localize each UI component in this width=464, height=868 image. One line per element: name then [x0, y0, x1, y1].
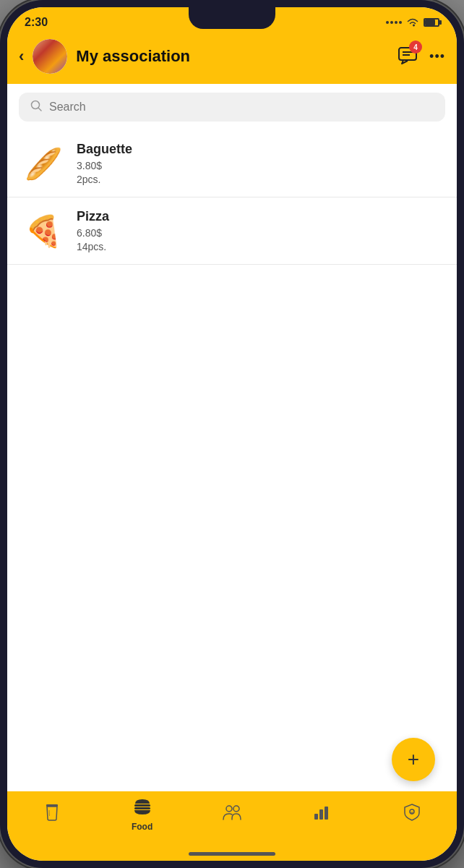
- notch: [189, 7, 275, 29]
- back-button[interactable]: ‹: [19, 47, 24, 66]
- app-header: ‹ My association 4 •••: [7, 33, 457, 84]
- svg-rect-8: [134, 807, 150, 809]
- baguette-info: Baguette 3.80$ 2pcs.: [77, 142, 442, 185]
- food-item-pizza[interactable]: 🍕 Pizza 6.80$ 14pcs.: [7, 197, 457, 265]
- svg-rect-13: [325, 807, 328, 820]
- nav-item-drinks[interactable]: [34, 803, 70, 826]
- status-time: 2:30: [25, 16, 48, 29]
- baguette-icon: 🥖: [22, 142, 65, 185]
- more-button[interactable]: •••: [429, 49, 445, 64]
- signal-icon: [386, 21, 402, 24]
- svg-point-9: [226, 806, 232, 812]
- fab-container: +: [392, 738, 435, 781]
- notification-badge: 4: [409, 41, 422, 54]
- page-title: My association: [76, 47, 389, 66]
- nav-item-food[interactable]: Food: [124, 797, 160, 832]
- drinks-nav-icon: [43, 803, 61, 826]
- svg-rect-11: [314, 814, 318, 820]
- phone-screen: 2:30: [7, 7, 457, 861]
- pizza-qty: 14pcs.: [77, 241, 442, 252]
- search-icon: [30, 100, 42, 114]
- add-food-button[interactable]: +: [392, 738, 435, 781]
- avatar: [33, 39, 67, 74]
- header-icons: 4 •••: [398, 45, 445, 68]
- svg-text:e: e: [411, 810, 413, 815]
- pizza-price: 6.80$: [77, 226, 442, 241]
- svg-rect-12: [319, 809, 323, 820]
- content-area: 🥖 Baguette 3.80$ 2pcs. 🍕 Pizza 6.80$ 14p…: [7, 130, 457, 791]
- search-container: [7, 84, 457, 130]
- svg-line-6: [49, 810, 50, 816]
- baguette-name: Baguette: [77, 142, 442, 157]
- account-nav-icon: e: [403, 803, 421, 826]
- pizza-name: Pizza: [77, 209, 442, 224]
- svg-point-10: [233, 806, 239, 812]
- battery-icon: [424, 18, 439, 27]
- baguette-qty: 2pcs.: [77, 174, 442, 185]
- baguette-price: 3.80$: [77, 158, 442, 174]
- search-bar: [19, 93, 445, 122]
- avatar-image: [33, 39, 67, 74]
- nav-item-stats[interactable]: [304, 804, 340, 825]
- search-input[interactable]: [49, 101, 434, 114]
- status-icons: [386, 17, 439, 27]
- food-nav-icon: [132, 797, 152, 820]
- svg-rect-7: [134, 804, 150, 807]
- home-indicator: [7, 846, 457, 861]
- notification-button[interactable]: 4: [398, 45, 418, 68]
- food-nav-label: Food: [132, 822, 152, 832]
- food-item-baguette[interactable]: 🥖 Baguette 3.80$ 2pcs.: [7, 130, 457, 197]
- wifi-icon: [406, 17, 419, 27]
- pizza-info: Pizza 6.80$ 14pcs.: [77, 209, 442, 252]
- svg-line-4: [38, 108, 41, 111]
- nav-item-people[interactable]: [214, 804, 250, 825]
- people-nav-icon: [222, 804, 242, 825]
- bottom-nav: Food: [7, 791, 457, 846]
- home-bar: [189, 852, 275, 856]
- phone-frame: 2:30: [0, 0, 464, 868]
- nav-item-account[interactable]: e: [394, 803, 430, 826]
- stats-nav-icon: [313, 804, 330, 825]
- pizza-icon: 🍕: [22, 209, 65, 252]
